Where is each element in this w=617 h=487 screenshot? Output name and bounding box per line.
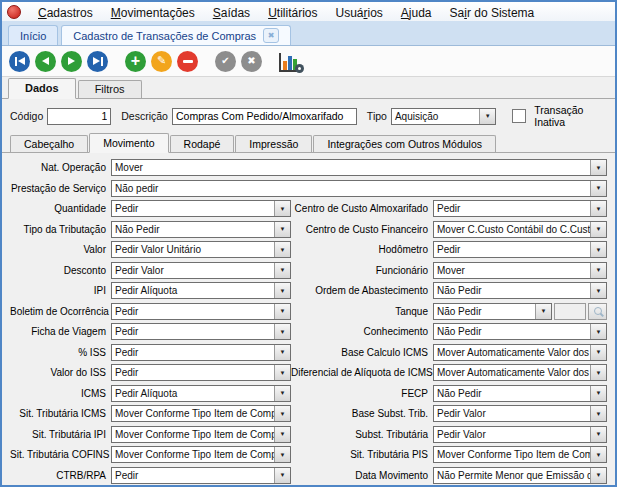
ctrb-rpa-dropdown[interactable]: Pedir▼ bbox=[111, 467, 291, 484]
dropdown-arrow-icon[interactable]: ▼ bbox=[274, 406, 290, 421]
last-record-button[interactable] bbox=[87, 51, 108, 72]
menu-item-movimentacoes[interactable]: Movimentações bbox=[102, 5, 204, 21]
magnifier-icon bbox=[594, 307, 602, 315]
fecp-dropdown[interactable]: Não Pedir▼ bbox=[433, 385, 607, 402]
codigo-input[interactable] bbox=[47, 108, 111, 125]
centro-de-custo-almoxarifado-dropdown[interactable]: Pedir▼ bbox=[433, 200, 607, 217]
iss-dropdown[interactable]: Pedir▼ bbox=[111, 344, 291, 361]
dropdown-arrow-icon[interactable]: ▼ bbox=[590, 201, 606, 216]
dropdown-arrow-icon[interactable]: ▼ bbox=[274, 427, 290, 442]
tanque-search-button[interactable] bbox=[588, 303, 607, 320]
ipi-dropdown[interactable]: Pedir Alíquota▼ bbox=[111, 282, 291, 299]
previous-record-button[interactable] bbox=[35, 51, 56, 72]
field-label-funcionario: Funcionário bbox=[291, 265, 433, 276]
menu-item-saidas[interactable]: Saídas bbox=[204, 5, 259, 21]
dropdown-arrow-icon[interactable]: ▼ bbox=[274, 386, 290, 401]
prestacao-de-servico-dropdown[interactable]: Não pedir▼ bbox=[111, 180, 607, 197]
chart-report-button[interactable] bbox=[279, 50, 305, 72]
icms-dropdown[interactable]: Pedir Alíquota▼ bbox=[111, 385, 291, 402]
valor-do-iss-dropdown[interactable]: Pedir▼ bbox=[111, 364, 291, 381]
dropdown-arrow-icon[interactable]: ▼ bbox=[274, 468, 290, 483]
cancel-button[interactable]: ✖ bbox=[241, 51, 262, 72]
dropdown-arrow-icon[interactable]: ▼ bbox=[590, 345, 606, 360]
dropdown-arrow-icon[interactable]: ▼ bbox=[274, 345, 290, 360]
nat-operacao-dropdown[interactable]: Mover▼ bbox=[111, 159, 607, 176]
sit-tributaria-icms-dropdown[interactable]: Mover Conforme Tipo Item de Compra▼ bbox=[111, 405, 291, 422]
diferencial-de-aliquota-de-icms-dropdown[interactable]: Mover Automaticamente Valor dos Itens▼ bbox=[433, 364, 607, 381]
dropdown-arrow-icon[interactable]: ▼ bbox=[535, 304, 551, 319]
tipo-da-tributacao-dropdown[interactable]: Não Pedir▼ bbox=[111, 221, 291, 238]
section-tab-movimento[interactable]: Movimento bbox=[89, 133, 168, 153]
sit-tributaria-cofins-dropdown[interactable]: Mover Conforme Tipo Item de Compra▼ bbox=[111, 446, 291, 463]
tipo-dropdown[interactable]: Aquisição ▼ bbox=[391, 108, 496, 125]
desconto-dropdown[interactable]: Pedir Valor▼ bbox=[111, 262, 291, 279]
data-movimento-dropdown[interactable]: Não Permite Menor que Emissão da Nota▼ bbox=[433, 467, 607, 484]
ordem-de-abastecimento-dropdown[interactable]: Não Pedir▼ bbox=[433, 282, 607, 299]
dropdown-arrow-icon[interactable]: ▼ bbox=[274, 324, 290, 339]
transacao-inativa-checkbox[interactable] bbox=[512, 109, 526, 123]
conhecimento-dropdown[interactable]: Não Pedir▼ bbox=[433, 323, 607, 340]
section-tab-cabecalho[interactable]: Cabeçalho bbox=[10, 135, 88, 152]
tab-inicio[interactable]: Início bbox=[8, 25, 58, 45]
dropdown-arrow-icon[interactable]: ▼ bbox=[590, 181, 606, 196]
confirm-button[interactable]: ✔ bbox=[215, 51, 236, 72]
tab-dados[interactable]: Dados bbox=[8, 78, 76, 99]
subst-tributaria-dropdown[interactable]: Pedir Valor▼ bbox=[433, 426, 607, 443]
dropdown-arrow-icon[interactable]: ▼ bbox=[590, 160, 606, 175]
menu-item-ajuda[interactable]: Ajuda bbox=[392, 5, 441, 21]
base-subst-trib-dropdown[interactable]: Pedir Valor▼ bbox=[433, 405, 607, 422]
section-tab-rodape[interactable]: Rodapé bbox=[170, 135, 235, 152]
section-tab-integracoes-com-outros-modulos[interactable]: Integrações com Outros Módulos bbox=[313, 135, 496, 152]
ficha-de-viagem-dropdown[interactable]: Pedir▼ bbox=[111, 323, 291, 340]
dropdown-arrow-icon[interactable]: ▼ bbox=[590, 263, 606, 278]
dropdown-arrow-icon[interactable]: ▼ bbox=[274, 222, 290, 237]
edit-record-button[interactable]: ✎ bbox=[151, 51, 172, 72]
dropdown-arrow-icon[interactable]: ▼ bbox=[479, 109, 495, 124]
tab-cadastro-transacoes-compras[interactable]: Cadastro de Transações de Compras ✖ bbox=[61, 25, 291, 45]
valor-dropdown[interactable]: Pedir Valor Unitário▼ bbox=[111, 241, 291, 258]
menu-item-utilitarios[interactable]: Utilitários bbox=[259, 5, 326, 21]
underlined-label: Centro de Custo Almoxarifado bbox=[295, 203, 428, 214]
menu-item-cadastros[interactable]: Cadastros bbox=[29, 5, 102, 21]
boletim-de-ocorrencia-dropdown[interactable]: Pedir▼ bbox=[111, 303, 291, 320]
menu-item-usuarios[interactable]: Usuários bbox=[326, 5, 391, 21]
sit-tributaria-pis-dropdown[interactable]: Mover Conforme Tipo Item de Compra▼ bbox=[433, 446, 607, 463]
menu-item-sair-do-sistema[interactable]: Sair do Sistema bbox=[441, 5, 544, 21]
dropdown-arrow-icon[interactable]: ▼ bbox=[590, 242, 606, 257]
delete-record-button[interactable] bbox=[177, 51, 198, 72]
dropdown-arrow-icon[interactable]: ▼ bbox=[274, 263, 290, 278]
tanque-code-input[interactable] bbox=[554, 303, 586, 320]
quantidade-dropdown[interactable]: Pedir▼ bbox=[111, 200, 291, 217]
dropdown-arrow-icon[interactable]: ▼ bbox=[590, 222, 606, 237]
tanque-dropdown[interactable]: Não Pedir▼ bbox=[433, 303, 552, 320]
dropdown-arrow-icon[interactable]: ▼ bbox=[590, 406, 606, 421]
dropdown-arrow-icon[interactable]: ▼ bbox=[590, 427, 606, 442]
sit-tributaria-ipi-dropdown[interactable]: Mover Conforme Tipo Item de Compra▼ bbox=[111, 426, 291, 443]
tab-filtros[interactable]: Filtros bbox=[78, 80, 142, 98]
dropdown-arrow-icon[interactable]: ▼ bbox=[274, 283, 290, 298]
dropdown-arrow-icon[interactable]: ▼ bbox=[590, 386, 606, 401]
form-row: Ficha de ViagemPedir▼ConhecimentoNão Ped… bbox=[10, 323, 607, 340]
tab-close-icon[interactable]: ✖ bbox=[263, 28, 279, 43]
dropdown-arrow-icon[interactable]: ▼ bbox=[274, 201, 290, 216]
dropdown-arrow-icon[interactable]: ▼ bbox=[590, 365, 606, 380]
add-record-button[interactable]: + bbox=[125, 51, 146, 72]
hodometro-dropdown[interactable]: Pedir▼ bbox=[433, 241, 607, 258]
dropdown-arrow-icon[interactable]: ▼ bbox=[590, 324, 606, 339]
first-record-button[interactable] bbox=[9, 51, 30, 72]
dropdown-arrow-icon[interactable]: ▼ bbox=[274, 447, 290, 462]
dropdown-arrow-icon[interactable]: ▼ bbox=[590, 447, 606, 462]
next-record-button[interactable] bbox=[61, 51, 82, 72]
right-field-group: Mover Automaticamente Valor dos Itens▼ bbox=[433, 344, 607, 361]
base-calculo-icms-dropdown[interactable]: Mover Automaticamente Valor dos Itens▼ bbox=[433, 344, 607, 361]
dropdown-arrow-icon[interactable]: ▼ bbox=[590, 283, 606, 298]
dropdown-arrow-icon[interactable]: ▼ bbox=[274, 304, 290, 319]
funcionario-dropdown[interactable]: Mover▼ bbox=[433, 262, 607, 279]
dropdown-arrow-icon[interactable]: ▼ bbox=[274, 242, 290, 257]
plus-icon: + bbox=[131, 52, 140, 70]
centro-de-custo-financeiro-dropdown[interactable]: Mover C.Custo Contábil do C.Custo Almox▼ bbox=[433, 221, 607, 238]
dropdown-arrow-icon[interactable]: ▼ bbox=[274, 365, 290, 380]
section-tab-impressao[interactable]: Impressão bbox=[235, 135, 312, 152]
dropdown-arrow-icon[interactable]: ▼ bbox=[590, 468, 606, 483]
descricao-input[interactable] bbox=[172, 108, 357, 125]
